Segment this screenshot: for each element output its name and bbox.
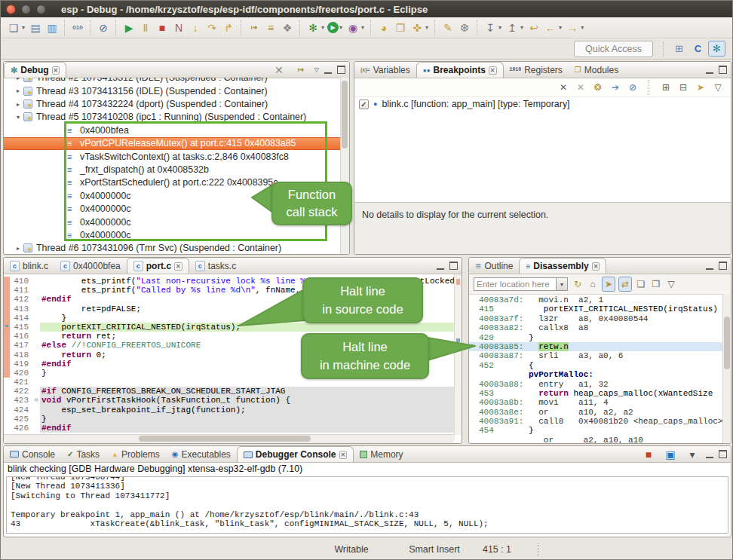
view-menu-button[interactable]: ▽ [665,277,677,291]
tab-tasks-c[interactable]: c tasks.c [189,258,242,274]
back-button-dropdown-icon[interactable]: ▾ [559,24,562,31]
save-all-button[interactable]: ▥ [44,20,60,35]
debug-frame-row[interactable]: ≡vPortCPUReleaseMutex() at port.c:415 0x… [4,137,341,150]
coverage-button[interactable]: ◕ [376,20,391,35]
debug-thread-row[interactable]: ▸Thread #2 1073413312 (IDLE) (Suspended … [4,78,341,84]
window-close-button[interactable] [6,5,16,14]
debug-button-dropdown-icon[interactable]: ▾ [321,24,324,31]
binary-010-button[interactable]: 010 [70,20,85,35]
search-button-dropdown-icon[interactable]: ▾ [425,24,428,31]
previous-annotation-button-dropdown-icon[interactable]: ▾ [520,24,523,31]
back-button[interactable]: ← [543,20,558,35]
skip-all-breakpoints-button[interactable]: ⊘ [627,81,638,93]
pin-view-button[interactable]: ❐ [650,277,662,291]
step-return-button[interactable]: ↱ [221,20,236,35]
tab-0x4000bfea[interactable]: c 0x4000bfea [54,258,127,274]
tab-outline[interactable]: ≣ Outline [469,258,519,274]
disassembly-line[interactable]: ➜40083a85: retw.n [469,342,723,351]
home-button[interactable]: ⌂ [587,277,599,291]
disassembly-line[interactable]: 420 } [469,333,723,342]
last-edit-location-button[interactable]: ↩ [526,20,541,35]
resume-button[interactable]: ▶ [121,20,136,35]
sync-with-active-context-toggle[interactable]: ⇄ [618,277,632,292]
instruction-stepping-toggle[interactable]: i➜ [293,63,308,78]
link-with-debug-view-button[interactable]: ➤ [695,81,706,93]
refresh-view-button[interactable]: ↻ [572,277,584,291]
tab-tasks[interactable]: ✓ Tasks [61,446,106,462]
view-menu-button[interactable]: ▽ [713,81,723,93]
terminate-console-button[interactable]: ■ [641,447,656,462]
terminate-button[interactable]: ■ [155,20,170,35]
next-annotation-button[interactable]: ↧ [483,20,498,35]
tab-problems[interactable]: ▲ Problems [106,446,166,462]
use-step-filters-button[interactable]: ≡ [263,20,278,35]
forward-button[interactable]: → [565,20,580,35]
tree-twisty-icon[interactable]: ▸ [14,87,22,94]
disassembly-line[interactable]: 40083a91: call8 0x40081b20 <heap_caps_ma… [469,417,723,426]
maximize-icon[interactable] [719,66,727,74]
disassembly-line[interactable]: 415 portEXIT_CRITICAL_NESTED(irqStatus) [469,304,723,314]
tree-twisty-icon[interactable]: ▸ [14,245,22,252]
debug-frame-row[interactable]: ≡_frxt_dispatch() at 0x4008532b [4,163,341,176]
tab-blink-c[interactable]: c blink.c [4,258,54,274]
disassembly-code[interactable]: 40083a7d: movi.n a2, 1415 portEXIT_CRITI… [469,294,723,443]
code-line[interactable]: 422#if CONFIG_FREERTOS_BREAK_ON_SCHEDULE… [4,387,455,396]
tab-console[interactable]: Console [4,446,61,462]
breakpoint-entry-row[interactable]: ✓ ● blink.c [function: app_main] [type: … [354,97,731,111]
close-icon[interactable]: ✕ [489,66,497,75]
breakpoint-types-button[interactable]: ❖ [280,20,295,35]
debug-frame-row[interactable]: ≡0x4000bfea [4,124,341,136]
maximize-icon[interactable] [719,450,727,458]
skip-all-breakpoints-button[interactable]: ⊘ [96,20,111,35]
disassembly-line[interactable]: 40083a82: callx8 a8 [469,323,723,332]
display-selected-console-button[interactable]: ▣ [663,447,678,462]
maximize-icon[interactable] [337,66,345,74]
close-icon[interactable]: ✕ [339,451,348,459]
cpp-perspective-button[interactable]: C [689,41,707,57]
minimize-icon[interactable] [437,262,444,270]
tree-twisty-icon[interactable]: ▾ [14,114,22,121]
remove-selected-breakpoints-button[interactable]: ✕ [558,81,569,93]
tree-twisty-icon[interactable]: ▸ [14,101,22,108]
next-annotation-button-dropdown-icon[interactable]: ▾ [498,24,501,31]
close-icon[interactable]: ✕ [174,262,182,271]
code-line[interactable]: 423⊖void vPortFirstTaskHook(TaskFunction… [4,396,455,405]
overview-ruler[interactable] [454,274,462,435]
tab-memory[interactable]: Memory [354,446,409,462]
tab-registers[interactable]: 1010 Registers [504,62,569,78]
code-line[interactable]: ➜415 portEXIT_CRITICAL_NESTED(irqStatus)… [4,323,455,332]
tab-executables[interactable]: ◉ Executables [166,446,237,462]
disassembly-line[interactable]: 454 } [469,426,723,435]
code-line[interactable]: 425} [4,415,455,424]
debug-thread-row[interactable]: ▸Thread #3 1073413156 (IDLE) (Suspended … [4,84,341,97]
minimize-icon[interactable] [706,262,713,270]
fold-marker-icon[interactable]: ⊖ [32,396,40,405]
disassembly-line[interactable]: pvPortMalloc: [469,370,723,379]
track-expression-toggle[interactable]: ➤ [602,277,615,292]
code-line[interactable]: 424 esp_set_breakpoint_if_jtag(function)… [4,405,455,415]
disassembly-line[interactable]: 40083a7f: l32r a8, 0x40080544 [469,314,723,323]
mark-occurrences-button[interactable]: ✎ [440,20,455,35]
disassembly-line[interactable]: 40083a7d: movi.n a2, 1 [469,295,723,304]
annotations-button[interactable]: ❆ [457,20,472,35]
debug-thread-row[interactable]: ▸Thread #4 1073432224 (dport) (Suspended… [4,97,341,110]
disassembly-scrollbar[interactable] [722,294,731,443]
instruction-stepping-button[interactable]: i➜ [247,20,262,35]
scrollbar-thumb[interactable] [342,81,348,148]
run-button[interactable]: ▶ [327,22,339,33]
debug-thread-row[interactable]: ▸Thread #6 1073431096 (Tmr Svc) (Suspend… [4,242,341,254]
debug-scrollbar[interactable] [340,78,349,254]
close-icon[interactable]: ✕ [592,262,600,271]
minimize-icon[interactable] [706,66,713,74]
minimize-icon[interactable] [324,66,332,74]
maximize-icon[interactable] [449,262,458,270]
open-perspective-button[interactable]: ⊞ [670,41,688,57]
save-button[interactable]: ▤ [28,20,43,35]
previous-annotation-button[interactable]: ↥ [505,20,520,35]
show-breakpoints-for-selected-button[interactable]: ❂ [593,81,603,93]
location-input[interactable]: Enter location here [474,277,557,291]
disassembly-line[interactable]: 40083a88: entry a1, 32 [469,380,723,389]
disassembly-line[interactable]: 452 { [469,361,723,370]
tree-twisty-icon[interactable]: ▸ [14,78,22,81]
disassembly-line[interactable]: 40083a87: srli a3, a0, 6 [469,351,723,360]
